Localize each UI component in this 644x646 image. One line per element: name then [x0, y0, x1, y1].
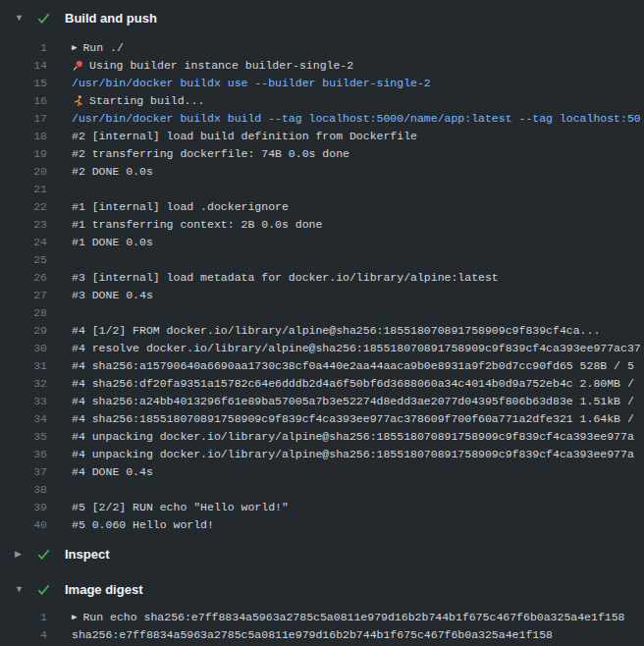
log-line: 39 #5 [2/2] RUN echo "Hello world!" [0, 499, 644, 516]
line-number[interactable]: 4 [0, 626, 47, 644]
log-line: 26 #3 [internal] load metadata for docke… [0, 269, 644, 287]
log-line: 29 #4 [1/2] FROM docker.io/library/alpin… [0, 322, 644, 340]
log-line: 1 ▶Run ./ [0, 39, 644, 57]
check-success-icon [35, 546, 51, 562]
build-log-block: 1 ▶Run ./ 14 Using builder instance buil… [0, 35, 644, 536]
log-text: #4 unpacking docker.io/library/alpine@sh… [72, 428, 634, 446]
log-text: #4 resolve docker.io/library/alpine@sha2… [72, 340, 641, 357]
log-text: ▶Run ./ [72, 39, 124, 57]
log-line: 27 #3 DONE 0.4s [0, 287, 644, 304]
log-line: 40 #5 0.060 Hello world! [0, 516, 644, 534]
log-text: ▶Run echo sha256:e7ff8834a5963a2785c5a08… [72, 609, 625, 626]
log-line: 20 #2 DONE 0.0s [0, 163, 644, 181]
log-text: #4 [1/2] FROM docker.io/library/alpine@s… [72, 322, 600, 340]
log-line-command: 17 /usr/bin/docker buildx build --tag lo… [0, 110, 644, 128]
log-line: 24 #1 DONE 0.0s [0, 234, 644, 251]
log-line: 32 #4 sha256:df20fa9351a15782c64e6dddb2d… [0, 375, 644, 393]
line-number[interactable]: 29 [0, 322, 47, 340]
section-header-inspect[interactable]: ▶ Inspect [0, 536, 644, 571]
line-number[interactable]: 38 [0, 481, 47, 499]
section-title: Image digest [65, 582, 142, 597]
runner-icon [72, 94, 84, 108]
log-line-command: 15 /usr/bin/docker buildx use --builder … [0, 75, 644, 92]
expand-run-icon[interactable]: ▶ [72, 614, 77, 622]
line-number[interactable]: 1 [0, 609, 47, 626]
log-line-empty: 21 [0, 181, 644, 198]
expand-icon[interactable]: ▶ [15, 550, 27, 559]
log-text: #2 transferring dockerfile: 74B 0.0s don… [72, 145, 349, 163]
line-number[interactable]: 40 [0, 516, 47, 534]
line-number[interactable]: 22 [0, 198, 47, 216]
log-line: 16 Starting build... [0, 92, 644, 110]
line-number[interactable]: 15 [0, 75, 47, 92]
log-text: #4 sha256:a15790640a6690aa1730c38cf0a440… [72, 357, 634, 375]
log-text: #5 [2/2] RUN echo "Hello world!" [72, 499, 289, 516]
line-number[interactable]: 32 [0, 375, 47, 393]
line-number[interactable]: 1 [0, 39, 47, 57]
line-number[interactable]: 37 [0, 463, 47, 481]
expand-run-icon[interactable]: ▶ [72, 44, 77, 53]
line-number[interactable]: 19 [0, 145, 47, 163]
log-text: #5 0.060 Hello world! [72, 516, 214, 534]
line-number[interactable]: 25 [0, 251, 47, 269]
line-number[interactable]: 16 [0, 92, 47, 110]
log-text: #1 DONE 0.0s [72, 234, 153, 251]
section-header-image-digest[interactable]: ▼ Image digest [0, 571, 644, 607]
log-line-empty: 25 [0, 251, 644, 269]
line-number[interactable]: 31 [0, 357, 47, 375]
check-success-icon [35, 10, 51, 26]
log-text: Using builder instance builder-single-2 [72, 57, 353, 75]
log-line: 31 #4 sha256:a15790640a6690aa1730c38cf0a… [0, 357, 644, 375]
log-text: /usr/bin/docker buildx use --builder bui… [72, 75, 431, 92]
log-line: 19 #2 transferring dockerfile: 74B 0.0s … [0, 145, 644, 163]
line-number[interactable]: 27 [0, 287, 47, 304]
log-text: #2 [internal] load build definition from… [72, 128, 417, 145]
log-line: 36 #4 unpacking docker.io/library/alpine… [0, 446, 644, 463]
line-number[interactable]: 23 [0, 216, 47, 234]
log-line-empty: 28 [0, 304, 644, 322]
line-number[interactable]: 39 [0, 499, 47, 516]
log-line-empty: 38 [0, 481, 644, 499]
log-line: 34 #4 sha256:185518070891758909c9f839cf4… [0, 410, 644, 428]
line-number[interactable]: 21 [0, 181, 47, 198]
line-number[interactable]: 34 [0, 410, 47, 428]
line-number[interactable]: 17 [0, 110, 47, 128]
log-text: #2 DONE 0.0s [72, 163, 153, 181]
log-text: #1 transferring context: 2B 0.0s done [72, 216, 322, 234]
log-text: #4 unpacking docker.io/library/alpine@sh… [72, 446, 634, 463]
log-line: 30 #4 resolve docker.io/library/alpine@s… [0, 340, 644, 357]
log-text: Starting build... [72, 92, 204, 110]
section-title: Build and push [65, 11, 157, 26]
log-line: 1 ▶Run echo sha256:e7ff8834a5963a2785c5a… [0, 609, 644, 626]
line-number[interactable]: 36 [0, 446, 47, 463]
line-number[interactable]: 33 [0, 393, 47, 410]
log-line: 23 #1 transferring context: 2B 0.0s done [0, 216, 644, 234]
log-text: #4 sha256:185518070891758909c9f839cf4ca3… [72, 410, 634, 428]
line-number[interactable]: 26 [0, 269, 47, 287]
line-number[interactable]: 18 [0, 128, 47, 145]
log-text: /usr/bin/docker buildx build --tag local… [72, 110, 641, 128]
line-number[interactable]: 14 [0, 57, 47, 75]
line-number[interactable]: 20 [0, 163, 47, 181]
line-number[interactable]: 35 [0, 428, 47, 446]
log-text: #4 sha256:a24bb4013296f61e89ba57005a7b3e… [72, 393, 634, 410]
section-header-build-and-push[interactable]: ▼ Build and push [0, 0, 644, 35]
log-text: #3 [internal] load metadata for docker.i… [72, 269, 499, 287]
log-text: #1 [internal] load .dockerignore [72, 198, 289, 216]
pushpin-icon [72, 59, 84, 73]
log-text: sha256:e7ff8834a5963a2785c5a0811e979d16b… [72, 626, 553, 644]
line-number[interactable]: 24 [0, 234, 47, 251]
log-line: 35 #4 unpacking docker.io/library/alpine… [0, 428, 644, 446]
collapse-icon[interactable]: ▼ [15, 14, 27, 23]
section-title: Inspect [65, 547, 110, 562]
log-line: 14 Using builder instance builder-single… [0, 57, 644, 75]
log-text: #4 DONE 0.4s [72, 463, 153, 481]
line-number[interactable]: 30 [0, 340, 47, 357]
line-number[interactable]: 28 [0, 304, 47, 322]
collapse-icon[interactable]: ▼ [15, 585, 27, 594]
log-text: #4 sha256:df20fa9351a15782c64e6dddb2d4a6… [72, 375, 634, 393]
log-line: 37 #4 DONE 0.4s [0, 463, 644, 481]
check-success-icon [35, 581, 51, 597]
log-line: 22 #1 [internal] load .dockerignore [0, 198, 644, 216]
log-text: #3 DONE 0.4s [72, 287, 153, 304]
